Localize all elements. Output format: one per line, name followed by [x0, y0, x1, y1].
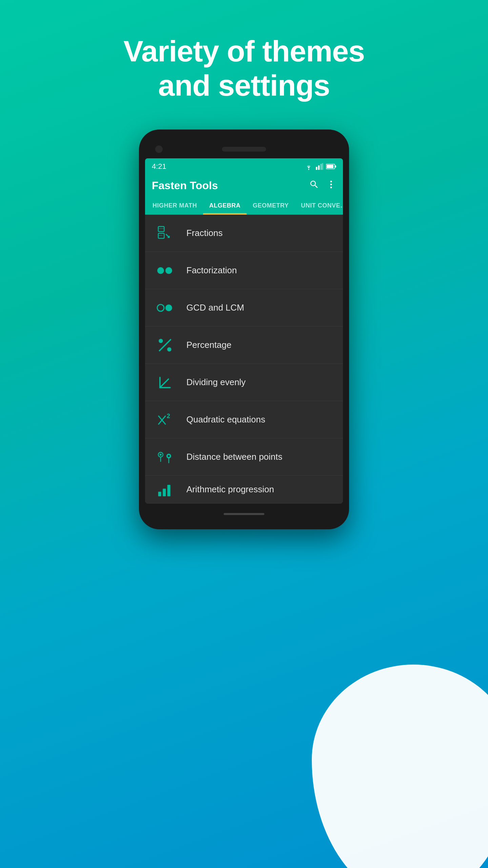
wifi-icon — [304, 163, 313, 170]
hero-line2: and settings — [158, 68, 330, 102]
phone-screen: 4:21 — [145, 158, 343, 504]
list-item[interactable]: Arithmetic progression — [145, 476, 343, 504]
svg-rect-4 — [322, 163, 323, 170]
tabs-bar: HIGHER MATH ALGEBRA GEOMETRY UNIT CONVE… — [145, 197, 343, 215]
phone-camera — [155, 145, 163, 153]
factorization-label: Factorization — [186, 265, 237, 276]
svg-point-8 — [330, 181, 332, 182]
arithmetic-icon — [153, 482, 177, 497]
tab-unit-conv[interactable]: UNIT CONVE… — [295, 197, 343, 215]
svg-point-9 — [330, 184, 332, 185]
tab-higher-math[interactable]: HIGHER MATH — [146, 197, 203, 215]
search-icon[interactable] — [309, 179, 319, 192]
percentage-label: Percentage — [186, 340, 231, 350]
svg-text:2: 2 — [167, 413, 170, 419]
phone-frame: 4:21 — [139, 130, 349, 529]
app-bar: Fasten Tools — [145, 175, 343, 197]
battery-icon — [326, 163, 336, 170]
svg-rect-13 — [158, 228, 164, 229]
list-item[interactable]: 2 Quadratic equations — [145, 401, 343, 438]
list-item[interactable]: Distance between points — [145, 438, 343, 476]
phone-top-bar — [145, 140, 343, 158]
list-item[interactable]: Factorization — [145, 252, 343, 289]
status-time: 4:21 — [152, 162, 166, 171]
svg-point-27 — [160, 454, 162, 456]
svg-rect-14 — [158, 235, 163, 236]
quadratic-icon: 2 — [153, 411, 177, 428]
list-item[interactable]: Dividing evenly — [145, 364, 343, 401]
distance-label: Distance between points — [186, 452, 282, 462]
svg-point-0 — [308, 169, 309, 170]
svg-rect-32 — [167, 485, 170, 496]
svg-rect-30 — [158, 492, 161, 497]
svg-rect-1 — [316, 167, 317, 170]
svg-rect-2 — [318, 165, 320, 170]
svg-rect-31 — [163, 489, 166, 497]
percentage-icon — [153, 337, 177, 354]
factorization-icon — [153, 264, 177, 277]
tab-geometry[interactable]: GEOMETRY — [247, 197, 295, 215]
dividing-evenly-label: Dividing evenly — [186, 377, 246, 388]
gcd-lcm-label: GCD and LCM — [186, 302, 244, 313]
svg-rect-6 — [327, 165, 333, 168]
list-item[interactable]: GCD and LCM — [145, 289, 343, 327]
svg-point-10 — [330, 187, 332, 189]
hero-text: Variety of themes and settings — [92, 34, 396, 102]
svg-point-29 — [168, 455, 170, 457]
list-item[interactable]: Fractions — [145, 215, 343, 252]
signal-icon — [316, 163, 323, 170]
gcd-lcm-icon — [153, 301, 177, 315]
arithmetic-label: Arithmetic progression — [186, 484, 274, 495]
svg-point-20 — [159, 339, 163, 343]
tab-algebra[interactable]: ALGEBRA — [203, 197, 247, 215]
svg-rect-3 — [320, 164, 322, 170]
svg-line-15 — [166, 234, 169, 237]
status-bar: 4:21 — [145, 158, 343, 175]
svg-point-16 — [157, 267, 164, 274]
svg-rect-7 — [335, 165, 336, 167]
app-bar-actions — [309, 179, 336, 192]
more-options-icon[interactable] — [326, 179, 336, 192]
fractions-label: Fractions — [186, 228, 223, 238]
phone-speaker — [222, 147, 266, 152]
distance-icon — [153, 449, 177, 466]
svg-point-18 — [157, 304, 164, 311]
status-icons — [304, 163, 336, 170]
svg-point-19 — [165, 304, 172, 311]
app-title: Fasten Tools — [152, 179, 218, 192]
phone-wrapper: 4:21 — [139, 130, 349, 529]
svg-point-21 — [167, 347, 171, 352]
list-item[interactable]: Percentage — [145, 327, 343, 364]
quadratic-label: Quadratic equations — [186, 414, 265, 425]
fractions-icon — [153, 225, 177, 242]
dividing-evenly-icon — [153, 374, 177, 391]
svg-point-17 — [165, 267, 172, 274]
hero-line1: Variety of themes — [123, 34, 365, 68]
